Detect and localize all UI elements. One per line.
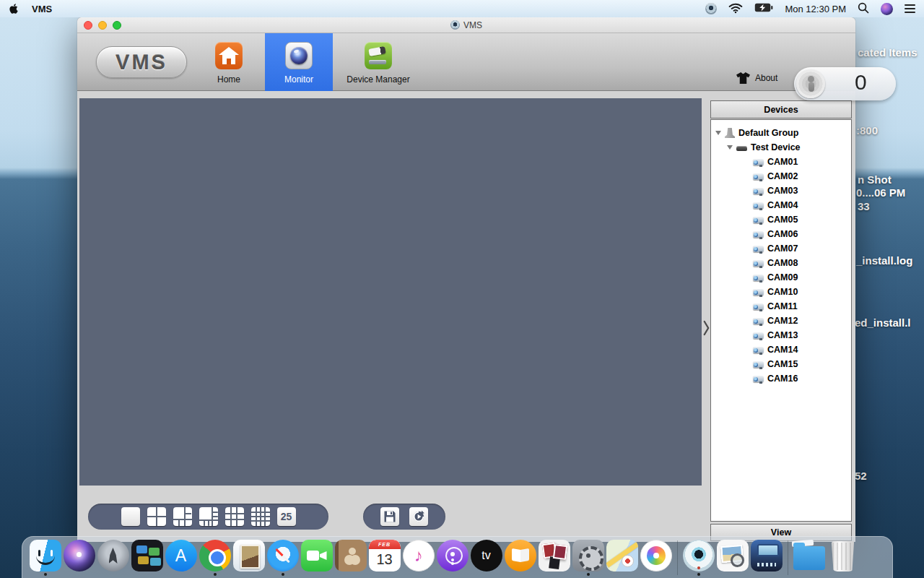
dock-icon-photo-booth[interactable]	[537, 540, 571, 571]
dock-icon-downloads-folder[interactable]	[792, 540, 826, 570]
dock-icon-books[interactable]	[503, 540, 537, 571]
device-label: CAM09	[767, 272, 798, 282]
dock-icon-photos[interactable]	[639, 540, 673, 571]
device-tree-item[interactable]: CAM02	[711, 169, 851, 184]
window-title: VMS	[77, 20, 855, 30]
dock-icon-safari[interactable]	[266, 540, 300, 576]
dock-icon-printer[interactable]	[749, 540, 783, 571]
about-button[interactable]: About	[736, 72, 777, 84]
dock-icon-preview[interactable]	[715, 540, 749, 571]
dock-icon-calendar[interactable]: FEB13	[367, 540, 401, 571]
vms-tray-icon[interactable]	[705, 3, 717, 14]
siri-icon[interactable]	[881, 3, 893, 15]
dock-icon-facetime[interactable]	[300, 540, 334, 571]
monitor[interactable]: Monitor	[265, 33, 333, 91]
device-tree-item[interactable]: CAM16	[711, 371, 851, 386]
dock-icon-contacts[interactable]	[334, 540, 367, 571]
device-tree-item[interactable]: CAM03	[711, 184, 851, 198]
dock-icon-podcasts[interactable]	[435, 540, 469, 571]
dock-icon-system-preferences[interactable]	[571, 540, 605, 576]
device-label: CAM14	[767, 345, 798, 355]
home[interactable]: Home	[193, 33, 265, 91]
save-view-button[interactable]	[380, 507, 399, 526]
device-tree-item[interactable]: CAM13	[711, 328, 851, 342]
dock-icon-trash[interactable]	[826, 540, 860, 571]
device-icon	[753, 173, 764, 180]
device-tree-item[interactable]: CAM04	[711, 198, 851, 212]
save-icon	[383, 510, 396, 523]
dock-icon-mission-control[interactable]	[130, 540, 164, 571]
desktop-file-label[interactable]: cated Items	[858, 46, 918, 59]
layout-25[interactable]: 25	[277, 507, 296, 526]
dock-icon-apple-tv[interactable]: tv	[469, 540, 503, 571]
dock-icon-maps[interactable]	[605, 540, 639, 571]
disclosure-triangle-icon[interactable]	[726, 145, 733, 150]
device-tree-item[interactable]: CAM05	[711, 212, 851, 227]
layout-4[interactable]	[147, 507, 166, 526]
layout-9[interactable]	[225, 507, 244, 526]
dock-icon-chrome[interactable]	[198, 540, 232, 576]
disclosure-triangle-icon[interactable]	[715, 131, 722, 135]
toolbar-tabs: Home Monitor Device Manager	[193, 33, 424, 91]
layout-1[interactable]	[121, 507, 140, 526]
desktop-file-label[interactable]: n Shot	[858, 173, 892, 186]
device-tree-item[interactable]: CAM08	[711, 256, 851, 270]
panel-collapse-handle[interactable]	[701, 317, 711, 339]
device-tree-item[interactable]: CAM12	[711, 314, 851, 328]
dock-divider[interactable]	[783, 540, 792, 575]
dock-icon-mail[interactable]	[232, 540, 266, 571]
device-label: CAM05	[767, 215, 798, 225]
device-tree-item[interactable]: CAM06	[711, 227, 851, 241]
alarm-indicator[interactable]: 0	[794, 67, 896, 100]
layout-6[interactable]	[173, 507, 192, 526]
running-indicator-dot	[214, 573, 217, 576]
wifi-icon[interactable]	[728, 2, 743, 16]
menu-bar-app-name[interactable]: VMS	[32, 4, 52, 14]
desktop-file-label[interactable]: _install.log	[856, 254, 912, 267]
desktop-file-label[interactable]: 0....06 PM	[856, 186, 905, 199]
vms-window: VMS VMS Home Monitor Device Manager	[77, 17, 855, 542]
device-tree-item[interactable]: CAM14	[711, 342, 851, 357]
dock-icon-music[interactable]: ♪	[401, 540, 435, 571]
device-icon	[753, 159, 764, 165]
layout-16[interactable]	[251, 507, 270, 526]
device-tree-item[interactable]: CAM09	[711, 270, 851, 285]
vms-logo: VMS	[96, 46, 187, 78]
device-icon	[753, 246, 764, 252]
device-label: CAM16	[767, 374, 798, 384]
device-tree-item[interactable]: CAM07	[711, 241, 851, 256]
device-icon	[725, 128, 735, 138]
device-tree-item[interactable]: CAM10	[711, 285, 851, 299]
layout-8[interactable]	[199, 507, 218, 526]
device-tree-item[interactable]: Test Device	[711, 140, 851, 155]
battery-charging-icon[interactable]	[754, 3, 773, 14]
device-tree-item[interactable]: CAM15	[711, 357, 851, 371]
desktop-file-label[interactable]: :800	[856, 124, 878, 137]
desktop-file-label[interactable]: 52	[855, 470, 867, 482]
device-icon	[753, 361, 764, 368]
devices-panel-header[interactable]: Devices	[710, 100, 852, 118]
desktop-file-label[interactable]: ed_install.l	[855, 316, 911, 329]
window-title-bar[interactable]: VMS	[77, 17, 855, 33]
dock-divider[interactable]	[673, 540, 681, 575]
device-label: CAM07	[767, 243, 798, 254]
device-manager[interactable]: Device Manager	[333, 33, 424, 91]
dock-icon-app-store[interactable]: A	[164, 540, 198, 571]
spotlight-search-icon[interactable]	[858, 2, 869, 16]
video-display-area[interactable]	[79, 98, 702, 486]
dock-icon-vms[interactable]	[681, 540, 715, 576]
cycle-tour-button[interactable]	[409, 507, 428, 526]
device-tree-item[interactable]: Default Group	[711, 126, 851, 140]
apple-menu-icon[interactable]	[9, 3, 19, 14]
dock-icon-siri[interactable]	[62, 540, 96, 571]
device-tree-item[interactable]: CAM01	[711, 155, 851, 169]
dock-icon-finder[interactable]	[28, 540, 62, 576]
desktop-file-label[interactable]: 33	[858, 200, 870, 212]
device-tree-item[interactable]: CAM11	[711, 299, 851, 314]
menu-bar-clock[interactable]: Mon 12:30 PM	[785, 4, 846, 14]
running-indicator-dot	[697, 573, 700, 576]
notification-center-icon[interactable]	[905, 4, 915, 13]
dock-icon-launchpad[interactable]	[96, 540, 130, 571]
running-indicator-dot	[587, 573, 590, 576]
device-label: CAM02	[767, 171, 798, 181]
